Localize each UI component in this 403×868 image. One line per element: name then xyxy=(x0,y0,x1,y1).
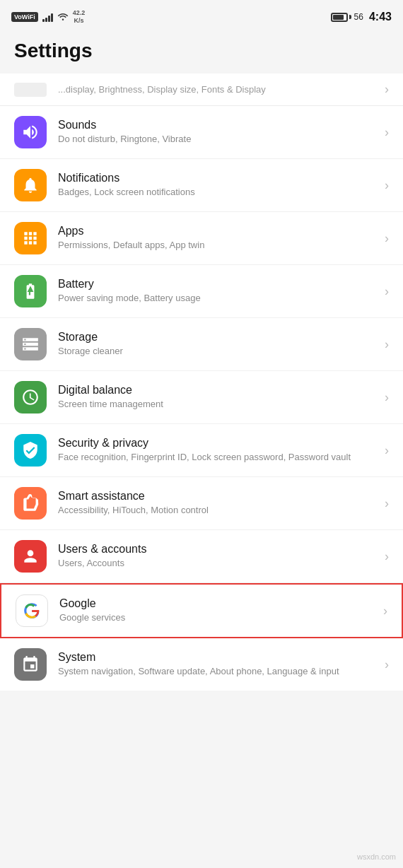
security-icon-wrapper xyxy=(14,434,47,467)
notifications-chevron: › xyxy=(385,178,389,193)
smart-icon-wrapper xyxy=(14,487,47,520)
partial-item[interactable]: ...display, Brightness, Display size, Fo… xyxy=(0,74,403,106)
security-icon xyxy=(21,441,40,459)
digital-icon xyxy=(21,388,40,406)
digital-title: Digital balance xyxy=(58,384,379,397)
google-title: Google xyxy=(59,597,378,610)
security-title: Security & privacy xyxy=(58,437,379,450)
signal-bar-1 xyxy=(42,19,45,22)
watermark: wsxdn.com xyxy=(357,852,396,861)
apps-icon-wrapper xyxy=(14,222,47,254)
notifications-title: Notifications xyxy=(58,172,379,184)
system-subtitle: System navigation, Software update, Abou… xyxy=(58,665,379,678)
battery-subtitle: Power saving mode, Battery usage xyxy=(58,292,379,305)
users-title: Users & accounts xyxy=(58,543,379,556)
apps-subtitle: Permissions, Default apps, App twin xyxy=(58,239,379,252)
user-icon xyxy=(21,547,40,565)
notifications-icon-wrapper xyxy=(14,169,47,201)
apps-content: Apps Permissions, Default apps, App twin xyxy=(58,225,379,252)
users-content: Users & accounts Users, Accounts xyxy=(58,543,379,570)
vowifi-badge: VoWiFi xyxy=(11,12,38,22)
smart-content: Smart assistance Accessibility, HiTouch,… xyxy=(58,490,379,517)
apps-title: Apps xyxy=(58,225,379,237)
settings-item-apps[interactable]: Apps Permissions, Default apps, App twin… xyxy=(0,212,403,265)
digital-chevron: › xyxy=(385,390,389,405)
apps-chevron: › xyxy=(385,231,389,246)
battery-icon-wrapper xyxy=(14,275,47,307)
settings-item-system[interactable]: System System navigation, Software updat… xyxy=(0,638,403,691)
storage-title: Storage xyxy=(58,331,379,344)
battery-content: Battery Power saving mode, Battery usage xyxy=(58,278,379,305)
sounds-subtitle: Do not disturb, Ringtone, Vibrate xyxy=(58,133,379,146)
system-chevron: › xyxy=(385,657,389,672)
settings-item-storage[interactable]: Storage Storage cleaner › xyxy=(0,318,403,371)
clock: 4:43 xyxy=(369,11,392,23)
sounds-chevron: › xyxy=(385,125,389,140)
storage-chevron: › xyxy=(385,337,389,352)
storage-subtitle: Storage cleaner xyxy=(58,345,379,358)
signal-bar-2 xyxy=(45,18,47,22)
settings-item-smart-assistance[interactable]: Smart assistance Accessibility, HiTouch,… xyxy=(0,477,403,530)
sounds-content: Sounds Do not disturb, Ringtone, Vibrate xyxy=(58,119,379,146)
signal-bars xyxy=(42,12,53,22)
settings-item-sounds[interactable]: Sounds Do not disturb, Ringtone, Vibrate… xyxy=(0,106,403,159)
wifi-icon xyxy=(57,11,69,23)
settings-item-battery[interactable]: Battery Power saving mode, Battery usage… xyxy=(0,265,403,318)
google-subtitle: Google services xyxy=(59,611,378,624)
digital-icon-wrapper xyxy=(14,381,47,414)
status-bar: VoWiFi 42.2K/s 56 4:43 xyxy=(0,0,403,31)
hand-icon xyxy=(21,494,40,512)
settings-item-google[interactable]: Google Google services › xyxy=(0,583,403,638)
smart-subtitle: Accessibility, HiTouch, Motion control xyxy=(58,504,379,517)
settings-item-digital-balance[interactable]: Digital balance Screen time management › xyxy=(0,371,403,424)
google-icon-wrapper xyxy=(16,594,48,627)
security-chevron: › xyxy=(385,443,389,458)
battery-title: Battery xyxy=(58,278,379,291)
notification-icon xyxy=(21,176,40,194)
system-title: System xyxy=(58,651,379,664)
settings-item-security[interactable]: Security & privacy Face recognition, Fin… xyxy=(0,424,403,477)
google-icon xyxy=(23,602,41,620)
digital-content: Digital balance Screen time management xyxy=(58,384,379,411)
sounds-title: Sounds xyxy=(58,119,379,131)
status-right: 56 4:43 xyxy=(331,11,392,23)
storage-icon xyxy=(21,335,40,353)
storage-content: Storage Storage cleaner xyxy=(58,331,379,358)
signal-bar-3 xyxy=(48,16,50,22)
battery-icon-item xyxy=(21,282,40,300)
battery-icon: 56 xyxy=(331,12,363,22)
smart-chevron: › xyxy=(385,496,389,511)
status-left: VoWiFi 42.2K/s xyxy=(11,9,85,25)
users-chevron: › xyxy=(385,549,389,564)
system-icon xyxy=(21,655,40,674)
system-content: System System navigation, Software updat… xyxy=(58,651,379,678)
battery-percent: 56 xyxy=(354,12,363,22)
google-chevron: › xyxy=(383,604,387,618)
smart-title: Smart assistance xyxy=(58,490,379,503)
settings-item-notifications[interactable]: Notifications Badges, Lock screen notifi… xyxy=(0,159,403,212)
partial-icon xyxy=(14,83,47,97)
speed-display: 42.2K/s xyxy=(73,9,86,25)
storage-icon-wrapper xyxy=(14,328,47,360)
signal-bar-4 xyxy=(51,13,53,22)
system-icon-wrapper xyxy=(14,648,47,681)
google-content: Google Google services xyxy=(59,597,378,624)
header: Settings xyxy=(0,31,403,74)
settings-item-users[interactable]: Users & accounts Users, Accounts › xyxy=(0,530,403,583)
notifications-subtitle: Badges, Lock screen notifications xyxy=(58,186,379,199)
users-subtitle: Users, Accounts xyxy=(58,557,379,570)
digital-subtitle: Screen time management xyxy=(58,398,379,411)
partial-chevron: › xyxy=(385,82,389,97)
users-icon-wrapper xyxy=(14,540,47,573)
security-content: Security & privacy Face recognition, Fin… xyxy=(58,437,379,464)
page-title: Settings xyxy=(14,40,389,62)
battery-chevron: › xyxy=(385,284,389,299)
notifications-content: Notifications Badges, Lock screen notifi… xyxy=(58,172,379,199)
partial-text: ...display, Brightness, Display size, Fo… xyxy=(58,84,379,95)
apps-icon xyxy=(21,229,40,247)
sounds-icon-wrapper xyxy=(14,116,47,148)
sound-icon xyxy=(21,123,40,141)
security-subtitle: Face recognition, Fingerprint ID, Lock s… xyxy=(58,451,379,464)
